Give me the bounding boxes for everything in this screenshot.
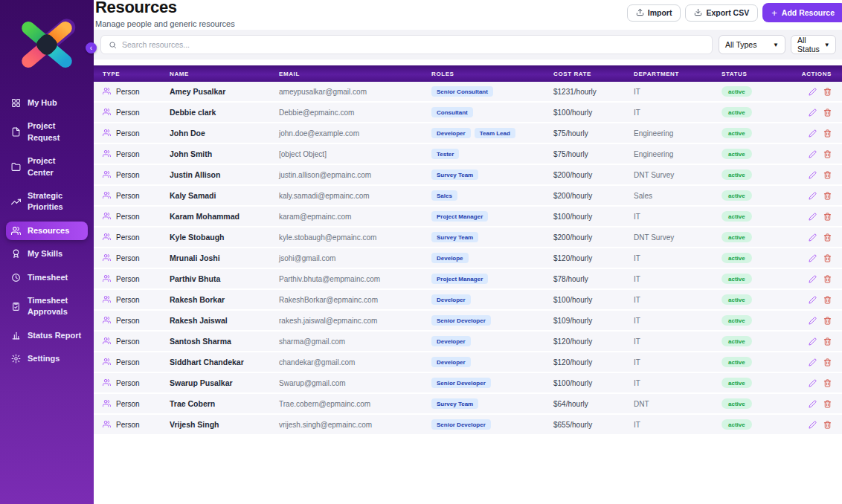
people-icon	[103, 253, 111, 263]
resource-name: Santosh Sharma	[170, 337, 279, 346]
export-csv-button-label: Export CSV	[706, 8, 749, 17]
table-row: PersonJohn Doejohn.doe@example.comDevelo…	[94, 123, 842, 143]
resource-roles-cell: DeveloperTeam Lead	[431, 128, 553, 138]
status-badge: active	[722, 398, 752, 409]
resource-department: IT	[634, 296, 722, 304]
sidebar-item-strategic-priorities[interactable]: Strategic Priorities	[6, 187, 88, 217]
edit-button[interactable]	[809, 296, 817, 304]
people-icon	[11, 226, 21, 236]
edit-button[interactable]	[809, 379, 817, 387]
status-badge: active	[722, 128, 752, 138]
edit-button[interactable]	[809, 233, 817, 242]
delete-button[interactable]	[823, 129, 832, 138]
delete-button[interactable]	[823, 337, 832, 346]
row-actions	[796, 213, 842, 221]
sidebar-item-settings[interactable]: Settings	[6, 349, 88, 368]
edit-button[interactable]	[809, 337, 817, 346]
delete-button[interactable]	[823, 317, 832, 325]
edit-button[interactable]	[809, 400, 817, 408]
import-button[interactable]: Import	[627, 4, 681, 22]
table-row: PersonSiddhart Chandekarchandekar@gmail.…	[94, 352, 842, 372]
resource-type-cell: Person	[103, 253, 170, 263]
edit-button[interactable]	[809, 358, 817, 366]
export-csv-button[interactable]: Export CSV	[685, 4, 758, 22]
sidebar-nav: My HubProject RequestProject CenterStrat…	[0, 94, 94, 368]
resource-name: Rakesh Jaiswal	[170, 316, 279, 325]
column-header-cost-rate: COST RATE	[553, 71, 634, 77]
sidebar-item-project-center[interactable]: Project Center	[6, 152, 88, 182]
delete-button[interactable]	[823, 88, 832, 96]
edit-button[interactable]	[809, 213, 817, 221]
edit-button[interactable]	[809, 275, 817, 283]
resource-department: IT	[634, 337, 722, 346]
sidebar-item-my-skills[interactable]: My Skills	[6, 245, 88, 263]
status-filter-select[interactable]: All Status ▼	[791, 35, 836, 54]
edit-button[interactable]	[809, 171, 817, 179]
resource-status-cell: active	[722, 190, 796, 201]
resource-email: john.doe@example.com	[279, 129, 431, 138]
delete-button[interactable]	[823, 275, 832, 283]
type-filter-select[interactable]: All Types ▼	[719, 35, 785, 54]
resource-cost-rate: $78/hourly	[553, 275, 634, 283]
column-header-name: NAME	[170, 71, 279, 77]
status-badge: active	[722, 274, 752, 284]
edit-button[interactable]	[809, 129, 817, 138]
edit-button[interactable]	[809, 109, 817, 117]
status-badge: active	[722, 336, 752, 346]
sidebar-item-timesheet[interactable]: Timesheet	[6, 268, 88, 287]
edit-button[interactable]	[809, 421, 817, 429]
delete-button[interactable]	[823, 109, 832, 117]
sidebar-collapse-button[interactable]: ‹	[86, 42, 97, 54]
upload-icon	[636, 8, 644, 18]
award-icon	[11, 249, 21, 259]
delete-button[interactable]	[823, 400, 832, 408]
delete-button[interactable]	[823, 171, 832, 179]
sidebar-item-my-hub[interactable]: My Hub	[6, 94, 88, 112]
delete-button[interactable]	[823, 379, 832, 387]
resource-email: Trae.cobern@epmainc.com	[279, 400, 431, 408]
resource-department: DNT Survey	[634, 171, 722, 179]
add-resource-button[interactable]: + Add Resource	[762, 3, 842, 22]
sidebar-item-project-request[interactable]: Project Request	[6, 117, 88, 147]
delete-button[interactable]	[823, 254, 832, 262]
edit-button[interactable]	[809, 88, 817, 96]
role-badge: Senior Developer	[431, 419, 491, 430]
edit-button[interactable]	[809, 317, 817, 325]
sidebar-item-label: My Skills	[28, 248, 62, 259]
people-icon	[103, 378, 111, 388]
people-icon	[103, 191, 111, 201]
column-header-email: EMAIL	[279, 71, 431, 77]
resource-type-label: Person	[116, 233, 140, 242]
resource-type-label: Person	[116, 379, 140, 387]
sidebar-item-timesheet-approvals[interactable]: Timesheet Approvals	[6, 291, 88, 322]
sidebar-item-status-report[interactable]: Status Report	[6, 326, 88, 345]
delete-button[interactable]	[823, 213, 832, 221]
sidebar: My HubProject RequestProject CenterStrat…	[0, 0, 94, 504]
delete-button[interactable]	[823, 296, 832, 304]
table-row: PersonMrunali Joshijsohi@gmail.comDevelo…	[94, 248, 842, 268]
resource-department: IT	[634, 317, 722, 325]
resource-roles-cell: Project Manager	[431, 274, 553, 284]
resource-status-cell: active	[722, 169, 796, 180]
delete-button[interactable]	[823, 150, 832, 158]
delete-button[interactable]	[823, 358, 832, 366]
delete-button[interactable]	[823, 192, 832, 200]
role-badge: Senior Developer	[431, 315, 491, 326]
search-input[interactable]	[122, 40, 704, 49]
edit-button[interactable]	[809, 254, 817, 262]
delete-button[interactable]	[823, 233, 832, 242]
resource-name: Mrunali Joshi	[170, 253, 279, 262]
edit-button[interactable]	[809, 150, 817, 158]
resource-status-cell: active	[722, 315, 796, 326]
delete-button[interactable]	[823, 421, 832, 429]
resource-department: IT	[634, 358, 722, 366]
resource-cost-rate: $75/hourly	[553, 129, 634, 138]
edit-button[interactable]	[809, 192, 817, 200]
sidebar-item-label: Project Center	[28, 155, 83, 178]
row-actions	[796, 337, 842, 346]
sidebar-item-resources[interactable]: Resources	[6, 222, 88, 240]
resource-department: Sales	[634, 192, 722, 200]
role-badge: Project Manager	[431, 211, 488, 222]
resource-type-cell: Person	[103, 420, 170, 430]
resource-cost-rate: $655/hourly	[553, 421, 634, 429]
